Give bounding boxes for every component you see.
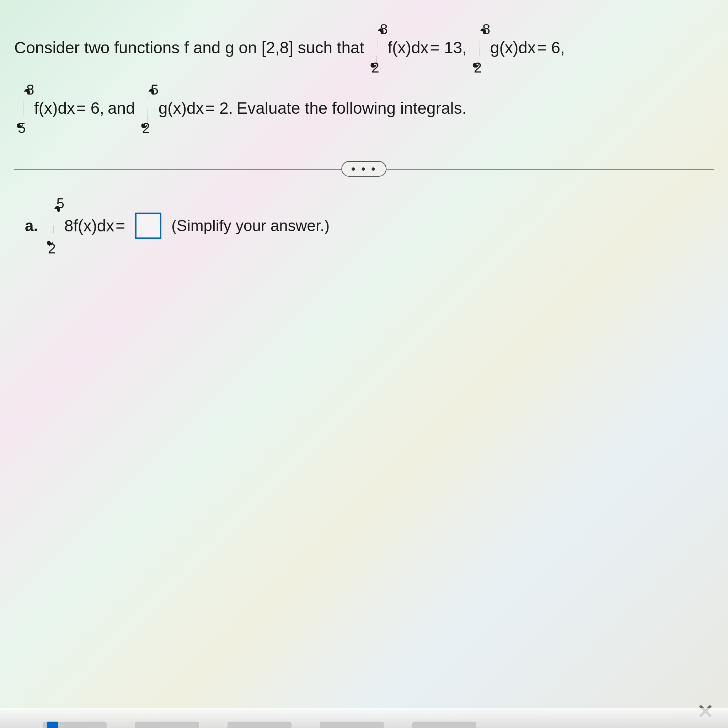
toolbar-stub-4[interactable] (320, 722, 384, 728)
pa-eq: = (116, 216, 125, 236)
integral-3: 8 5 f(x)dx = 6, (14, 82, 104, 135)
integral-4: 5 2 g(x)dx = 2. (139, 82, 233, 135)
int2-lower: 2 (474, 56, 482, 79)
problem-container: Consider two functions f and g on [2,8] … (0, 0, 728, 252)
tail-text: Evaluate the following integrals. (237, 95, 467, 122)
toolbar-stub-1[interactable] (43, 722, 107, 728)
answer-input[interactable] (135, 213, 161, 239)
integral-1: 8 2 f(x)dx = 13, (368, 21, 467, 75)
bottom-toolbar (0, 708, 728, 728)
part-a: a. 5 2 8f(x)dx = (Simplify your answer.) (25, 199, 714, 252)
int4-lower: 2 (142, 116, 150, 139)
part-a-label: a. (25, 217, 38, 235)
int1-body: f(x)dx (388, 35, 429, 61)
hint-text: (Simplify your answer.) (171, 217, 329, 235)
toolbar-stub-2[interactable] (135, 722, 199, 728)
int2-eq: = 6, (537, 35, 565, 61)
int1-lower: 2 (372, 56, 379, 79)
toolbar-stub-5[interactable] (412, 722, 476, 728)
pa-body: 8f(x)dx (64, 216, 115, 236)
intro-text: Consider two functions f and g on [2,8] … (14, 35, 364, 61)
int3-eq: = 6, (76, 95, 104, 122)
expand-button[interactable]: • • • (341, 161, 386, 177)
joiner-text: and (108, 95, 135, 122)
int2-body: g(x)dx (490, 35, 536, 61)
int4-eq: = 2. (205, 95, 233, 122)
part-a-integral: 5 2 8f(x)dx = (44, 199, 125, 252)
int3-lower: 5 (18, 116, 26, 139)
toolbar-stub-3[interactable] (228, 722, 292, 728)
divider: • • • (14, 160, 714, 178)
problem-statement: Consider two functions f and g on [2,8] … (14, 21, 714, 135)
int4-body: g(x)dx (159, 95, 204, 122)
int1-eq: = 13, (430, 35, 467, 61)
pa-lower: 2 (48, 241, 56, 257)
int3-body: f(x)dx (34, 95, 75, 122)
integral-2: 8 2 g(x)dx = 6, (470, 21, 565, 75)
